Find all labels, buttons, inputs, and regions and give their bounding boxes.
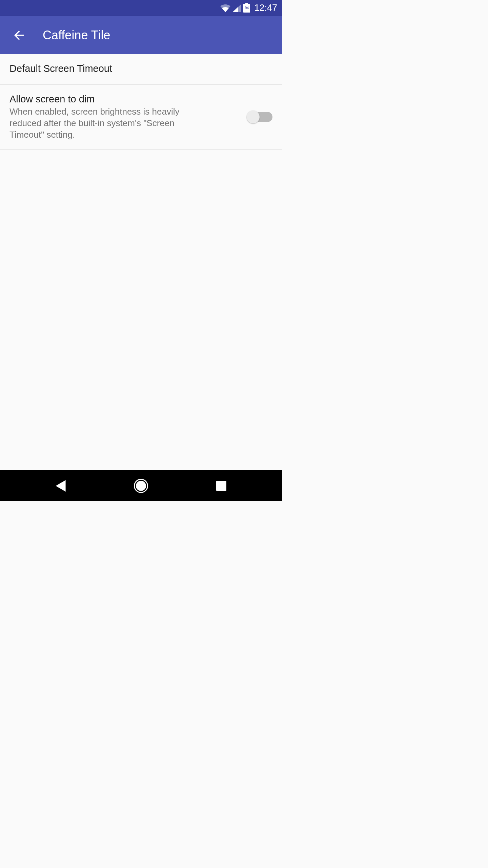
signal-icon: [232, 4, 241, 12]
switch-thumb: [247, 111, 260, 123]
nav-home-button[interactable]: [131, 476, 151, 496]
battery-level: 94: [245, 6, 249, 10]
setting-title: Default Screen Timeout: [9, 63, 266, 74]
battery-icon: 94: [243, 4, 250, 13]
status-bar: 94 12:47: [0, 0, 282, 16]
app-bar: Caffeine Tile: [0, 16, 282, 54]
setting-description: When enabled, screen brightness is heavi…: [9, 106, 192, 140]
navigation-bar: [0, 470, 282, 501]
setting-title: Allow screen to dim: [9, 94, 241, 105]
back-arrow-icon: [12, 28, 26, 42]
nav-recent-icon: [216, 481, 226, 491]
wifi-icon: [220, 4, 230, 12]
setting-default-timeout[interactable]: Default Screen Timeout: [0, 54, 282, 85]
nav-back-button[interactable]: [50, 476, 71, 496]
back-button[interactable]: [10, 26, 28, 44]
setting-allow-dim[interactable]: Allow screen to dim When enabled, screen…: [0, 85, 282, 150]
content: Default Screen Timeout Allow screen to d…: [0, 54, 282, 470]
clock: 12:47: [254, 3, 277, 13]
allow-dim-toggle[interactable]: [248, 112, 272, 122]
nav-home-icon: [134, 479, 148, 493]
nav-recent-button[interactable]: [211, 476, 231, 496]
page-title: Caffeine Tile: [43, 28, 110, 42]
nav-back-icon: [56, 480, 66, 492]
